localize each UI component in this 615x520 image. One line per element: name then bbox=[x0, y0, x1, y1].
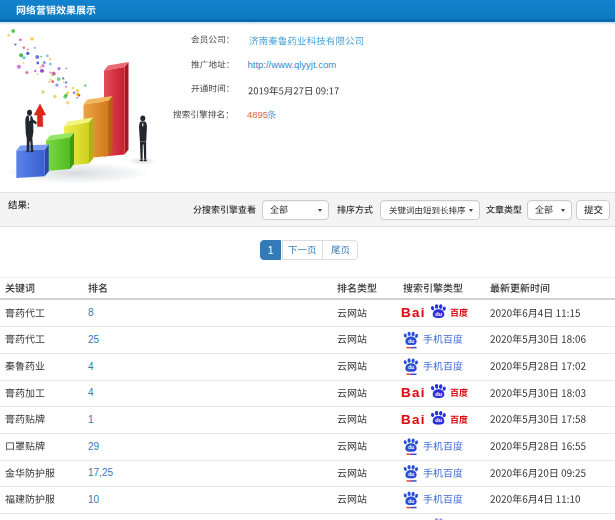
svg-text:du: du bbox=[435, 417, 443, 423]
svg-text:du: du bbox=[408, 338, 414, 344]
svg-text:du: du bbox=[408, 364, 414, 370]
svg-text:du: du bbox=[408, 471, 414, 477]
svg-text:du: du bbox=[408, 444, 414, 450]
svg-text:du: du bbox=[435, 391, 443, 397]
svg-text:du: du bbox=[408, 498, 414, 504]
svg-text:Bai: Bai bbox=[401, 385, 426, 400]
svg-text:du: du bbox=[435, 311, 443, 317]
svg-text:Bai: Bai bbox=[401, 305, 426, 320]
svg-text:Bai: Bai bbox=[401, 412, 426, 427]
